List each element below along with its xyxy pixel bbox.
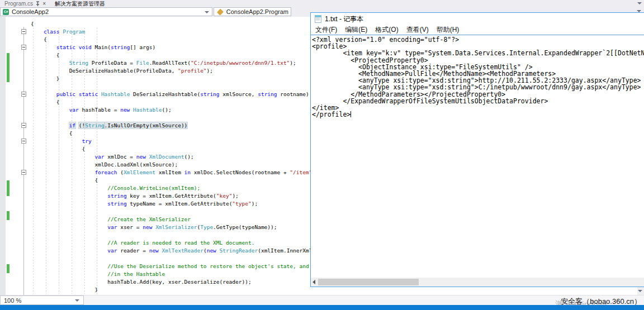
site-watermark: 安全客（bobao.360.cn） <box>561 297 641 307</box>
menu-format[interactable]: 格式(O) <box>375 25 398 35</box>
notepad-line: </MethodParameters></ProjectedProperty0> <box>312 91 644 98</box>
menu-file[interactable]: 文件(F) <box>315 25 337 35</box>
code-line: { <box>31 177 322 184</box>
tab-program-cs-label: Program.cs <box>4 1 33 7</box>
zoom-level: 100 % <box>4 297 21 304</box>
code-line: var xser = new XmlSerializer(Type.GetTyp… <box>31 223 322 231</box>
code-line <box>31 231 322 239</box>
breakpoint-margin[interactable] <box>0 17 6 295</box>
code-lines: { class Program { static void Main(strin… <box>31 20 322 295</box>
editor-bottom-bar: 100 % <box>0 295 644 305</box>
change-bar <box>7 180 10 196</box>
code-line: } <box>31 286 322 294</box>
code-line: DeSerializeHashtable(ProfileData, "profi… <box>31 67 322 75</box>
change-bar <box>7 211 10 220</box>
collapse-toggle-icon[interactable] <box>21 170 26 175</box>
code-line <box>31 208 322 216</box>
code-line: //in the Hashtable <box>31 270 322 278</box>
notepad-title-bar[interactable]: 1.txt - 记事本 <box>311 13 644 25</box>
notepad-line: <item key="k:v" type="System.Data.Servic… <box>312 50 644 56</box>
outline-margin-line <box>23 27 24 295</box>
code-line: if (!String.IsNullOrEmpty(xmlSource)) <box>31 122 322 130</box>
code-line: { <box>31 36 322 44</box>
change-bar <box>7 53 10 82</box>
notepad-line: <ProjectedProperty0> <box>312 57 644 64</box>
code-line: } <box>31 75 322 83</box>
screen: Program.cs × 解决方案资源管理器 C# ConsoleApp2 Co… <box>0 0 644 310</box>
notepad-menu-bar: 文件(F) 编辑(E) 格式(O) 查看(V) 帮助(H) <box>311 25 644 35</box>
status-bar <box>0 305 644 310</box>
code-line: public static Hashtable DeSerializeHasht… <box>31 90 322 98</box>
chevron-down-icon <box>75 299 79 302</box>
notepad-horizontal-scrollbar[interactable] <box>311 278 644 287</box>
pin-icon[interactable] <box>35 1 40 6</box>
code-line: string typeName = xmlItem.GetAttribute("… <box>31 200 322 208</box>
code-line: //Create the XmlSerializer <box>31 216 322 223</box>
collapse-toggle-icon[interactable] <box>21 92 26 97</box>
collapse-toggle-icon[interactable] <box>21 45 26 50</box>
notepad-icon <box>315 15 321 23</box>
code-line: { <box>31 20 322 28</box>
code-line: var xmlDoc = new XmlDocument(); <box>31 153 322 161</box>
collapse-toggle-icon[interactable] <box>21 139 26 144</box>
close-icon[interactable]: × <box>42 1 46 7</box>
notepad-title: 1.txt - 记事本 <box>325 15 363 24</box>
class-icon <box>217 8 224 15</box>
menu-view[interactable]: 查看(V) <box>406 25 429 35</box>
notepad-line: <?xml version="1.0" encoding="utf-8"?> <box>312 36 644 43</box>
scrollbar-thumb[interactable] <box>318 279 419 285</box>
code-line: var hashTable = new Hashtable(); <box>31 106 322 114</box>
tab-solution-explorer-label: 解决方案资源管理器 <box>55 0 105 8</box>
change-bar <box>7 264 10 273</box>
code-line: { <box>31 51 322 59</box>
code-line <box>31 114 322 122</box>
menu-help[interactable]: 帮助(H) <box>437 25 460 35</box>
code-line: { <box>31 145 322 153</box>
chevron-down-icon <box>205 11 209 13</box>
csharp-project-icon: C# <box>3 9 9 15</box>
code-line: xmlDoc.LoadXml(xmlSource); <box>31 161 322 169</box>
code-line: static void Main(string[] args) <box>31 44 322 51</box>
notepad-line: </item> <box>312 104 644 111</box>
member-dropdown[interactable]: ConsoleApp2.Program <box>214 7 291 16</box>
member-dropdown-value: ConsoleApp2.Program <box>226 8 288 15</box>
notepad-line: </ExpandedWrapperOfFileSystemUtilsObject… <box>312 98 644 104</box>
vs-tab-strip: Program.cs × 解决方案资源管理器 <box>0 0 644 7</box>
notepad-line: </profile> <box>312 111 644 118</box>
notepad-text-area[interactable]: <?xml version="1.0" encoding="utf-8"?><p… <box>311 35 644 278</box>
code-line: try <box>31 137 322 145</box>
scroll-left-icon[interactable] <box>312 280 315 284</box>
project-dropdown-value: ConsoleApp2 <box>12 8 49 15</box>
notepad-line: <anyType xsi:type="xsd:string">C:/inetpu… <box>312 84 644 90</box>
collapse-toggle-icon[interactable] <box>21 123 26 128</box>
code-line: //Console.WriteLine(xmlItem); <box>31 184 322 192</box>
project-dropdown[interactable]: C# ConsoleApp2 <box>0 7 212 16</box>
code-line: hashTable.Add(key, xser.Deserialize(read… <box>31 278 322 286</box>
zoom-dropdown[interactable]: 100 % <box>0 295 84 305</box>
tab-program-cs[interactable]: Program.cs × <box>0 0 49 7</box>
code-line <box>31 83 322 90</box>
notepad-window[interactable]: 1.txt - 记事本 文件(F) 编辑(E) 格式(O) 查看(V) 帮助(H… <box>310 12 644 287</box>
code-line: class Program <box>31 28 322 36</box>
code-line: String ProfileData = File.ReadAllText("C… <box>31 59 322 67</box>
code-line: { <box>31 98 322 106</box>
code-line <box>31 255 322 263</box>
tab-overflow-chevron-icon[interactable] <box>637 2 642 4</box>
menu-edit[interactable]: 编辑(E) <box>345 25 367 35</box>
code-line: //A reader is needed to read the XML doc… <box>31 239 322 247</box>
code-line: string key = xmlItem.GetAttribute("key")… <box>31 192 322 200</box>
collapse-toggle-icon[interactable] <box>21 29 26 34</box>
text-caret <box>351 111 351 117</box>
code-line: var reader = new XmlTextReader(new Strin… <box>31 247 322 255</box>
scroll-down-icon[interactable] <box>638 290 642 292</box>
code-line: foreach (XmlElement xmlItem in xmlDoc.Se… <box>31 169 322 177</box>
tab-solution-explorer[interactable]: 解决方案资源管理器 <box>49 0 111 7</box>
code-line: //Use the Deserialize method to restore … <box>31 263 322 270</box>
code-line: { <box>31 130 322 137</box>
